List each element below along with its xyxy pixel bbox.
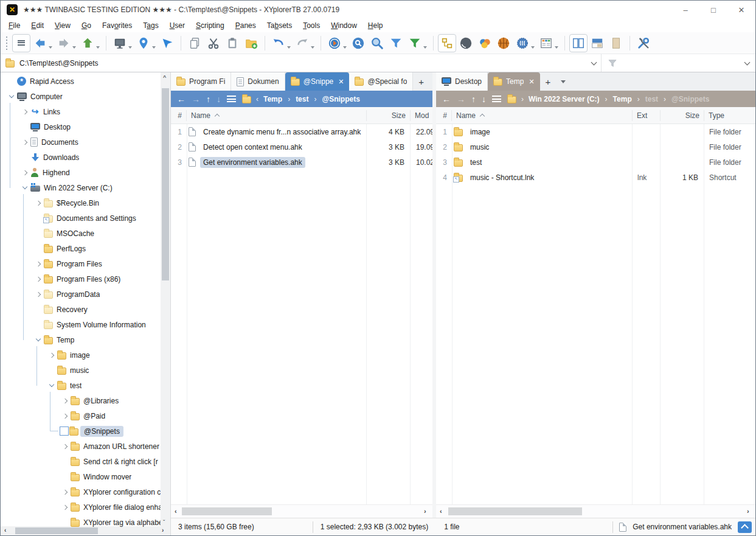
undo-button[interactable] xyxy=(269,34,288,52)
column-header-num[interactable]: # xyxy=(171,110,187,121)
menu-item[interactable]: Scripting xyxy=(190,21,230,30)
scroll-left-icon[interactable]: ‹ xyxy=(175,508,179,514)
column-header-name[interactable]: Name xyxy=(452,110,633,121)
visual-filter-caret[interactable] xyxy=(423,46,427,49)
tree-item[interactable]: Temp xyxy=(1,332,161,347)
toggle-preview-button[interactable] xyxy=(738,521,752,533)
address-path-field[interactable]: C:\Temp\test\@Snippets xyxy=(1,54,602,72)
tree-item[interactable]: System Volume Information xyxy=(1,317,161,332)
nav-back-icon[interactable]: ← xyxy=(442,94,451,104)
tab[interactable]: Desktop xyxy=(436,72,488,91)
desktop-caret[interactable] xyxy=(128,46,132,49)
nav-up-icon[interactable]: ↑ xyxy=(206,94,210,104)
menu-item[interactable]: User xyxy=(164,21,190,30)
dark-mode-button[interactable] xyxy=(457,34,475,52)
nav-forward-icon[interactable]: → xyxy=(192,94,200,104)
tree-item[interactable]: XYplorer file dialog enha xyxy=(1,499,161,515)
file-name[interactable]: test xyxy=(467,157,485,168)
pin-caret[interactable] xyxy=(152,46,156,49)
tree-item[interactable]: XYplorer configuration c xyxy=(1,484,161,499)
tree-item[interactable]: PerfLogs xyxy=(1,241,161,256)
badge-caret[interactable] xyxy=(531,46,535,49)
tree-item[interactable]: Recovery xyxy=(1,302,161,317)
breadcrumb-collapse-icon[interactable]: ‹ xyxy=(256,95,258,103)
close-button[interactable]: ✕ xyxy=(727,1,755,19)
maximize-button[interactable]: □ xyxy=(699,1,727,19)
tab-close-icon[interactable]: ✕ xyxy=(338,78,344,86)
tree-expander-icon[interactable] xyxy=(59,506,71,509)
live-search-button[interactable] xyxy=(349,34,367,52)
main-menu-button[interactable] xyxy=(12,34,30,52)
pane-menu-icon[interactable] xyxy=(492,96,501,102)
tab[interactable]: Dokumen xyxy=(231,72,285,91)
tree-item[interactable]: Highend xyxy=(1,165,161,180)
tree-item[interactable]: Computer xyxy=(1,89,161,104)
tree-item[interactable]: Window mover xyxy=(1,469,161,484)
scroll-up-icon[interactable]: ^ xyxy=(163,74,168,80)
breadcrumb-segment[interactable]: test xyxy=(645,95,658,103)
tree-item[interactable]: Desktop xyxy=(1,119,161,134)
dual-pane-vertical-button[interactable] xyxy=(569,34,588,52)
breadcrumb-lead-icon[interactable]: › xyxy=(521,95,524,103)
file-row[interactable]: 3 test File folder xyxy=(436,155,755,170)
nav-down-icon[interactable]: ↓ xyxy=(217,94,221,104)
file-name[interactable]: music xyxy=(467,142,492,153)
tab[interactable]: Temp ✕ xyxy=(488,72,540,91)
dual-pane-horizontal-button[interactable] xyxy=(588,34,606,52)
scroll-right-icon[interactable]: › xyxy=(424,508,429,514)
file-name[interactable]: Get environment variables.ahk xyxy=(200,157,305,168)
tree-expander-icon[interactable] xyxy=(19,110,30,114)
breadcrumb-segment[interactable]: @Snippets xyxy=(322,95,359,103)
tree-item[interactable]: @Libraries xyxy=(1,393,161,408)
toolbar-grip-icon[interactable] xyxy=(5,37,10,50)
menu-item[interactable]: File xyxy=(3,21,26,30)
tree-vscroll-thumb[interactable] xyxy=(162,88,169,280)
tree-toggle-button[interactable] xyxy=(438,34,456,52)
details-view-caret[interactable] xyxy=(555,46,558,49)
tree-vertical-scrollbar[interactable]: ^ ˇ xyxy=(161,72,170,526)
visual-filter-button[interactable] xyxy=(406,34,424,52)
menu-item[interactable]: Panes xyxy=(230,21,262,30)
cut-button[interactable] xyxy=(204,34,223,52)
tree-item[interactable]: Rapid Access xyxy=(1,74,161,89)
file-name[interactable]: Create dynamic menu fr...n associative a… xyxy=(200,127,364,137)
menu-item[interactable]: View xyxy=(49,21,76,30)
basketball-button[interactable] xyxy=(494,34,513,52)
forward-button[interactable] xyxy=(55,34,73,52)
file-name[interactable]: music - Shortcut.lnk xyxy=(467,172,537,183)
filter-dropdown-icon[interactable] xyxy=(744,59,751,65)
nav-forward-icon[interactable]: → xyxy=(457,94,465,104)
tree-item[interactable]: Documents xyxy=(1,134,161,150)
tree-expander-icon[interactable] xyxy=(59,426,69,436)
tab[interactable]: @Special fo xyxy=(349,72,413,91)
tree-item[interactable]: Program Files (x86) xyxy=(1,271,161,287)
column-header-type[interactable]: Type xyxy=(704,110,755,121)
menu-item[interactable]: Edit xyxy=(26,21,49,30)
new-folder-button[interactable] xyxy=(242,34,260,52)
location-pin-button[interactable] xyxy=(134,34,153,52)
tree-item[interactable]: test xyxy=(1,378,161,393)
tree-expander-icon[interactable] xyxy=(19,187,30,189)
scroll-left-icon[interactable]: ‹ xyxy=(440,508,445,514)
breadcrumb-segment[interactable]: @Snippets xyxy=(671,95,709,103)
tree-expander-icon[interactable] xyxy=(32,277,44,281)
nav-back-icon[interactable]: ← xyxy=(177,94,186,104)
file-row[interactable]: 2 Detect open context menu.ahk 3 KB 19.0… xyxy=(171,139,432,155)
tree-expander-icon[interactable] xyxy=(59,414,71,418)
tree-item[interactable]: Documents and Settings xyxy=(1,211,161,226)
pane-menu-icon[interactable] xyxy=(227,96,236,102)
forward-caret[interactable] xyxy=(72,46,76,49)
tree-expander-icon[interactable] xyxy=(19,141,30,144)
scripts-badge-button[interactable] xyxy=(513,34,532,52)
color-circles-button[interactable] xyxy=(476,34,494,52)
filter-field[interactable] xyxy=(602,54,755,72)
up-button[interactable] xyxy=(78,34,97,52)
right-hscroll-thumb[interactable] xyxy=(448,507,582,515)
tree-item[interactable]: music xyxy=(1,363,161,378)
tree-expander-icon[interactable] xyxy=(32,339,44,341)
left-hscroll-thumb[interactable] xyxy=(182,507,272,515)
scroll-right-icon[interactable]: › xyxy=(747,508,752,514)
scroll-down-icon[interactable]: ˇ xyxy=(163,519,168,525)
menu-item[interactable]: Tags xyxy=(137,21,164,30)
back-caret[interactable] xyxy=(49,46,52,49)
